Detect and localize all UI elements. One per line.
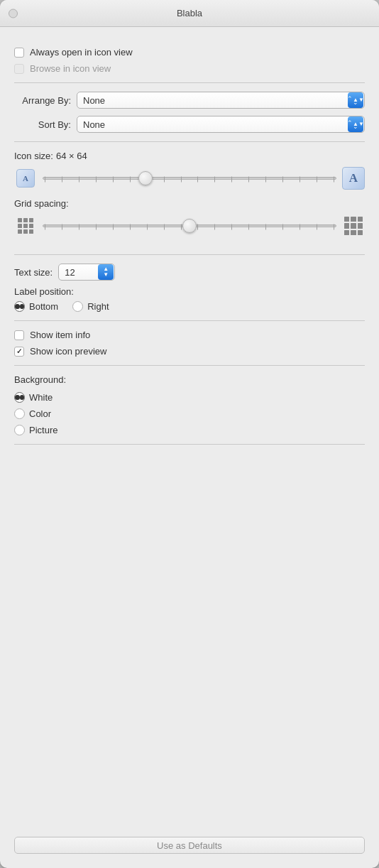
- label-bottom-radio[interactable]: [14, 301, 25, 312]
- label-right-radio[interactable]: [72, 301, 83, 312]
- grid-spacing-small-icon: [14, 215, 37, 237]
- arrange-by-select-wrapper: None Name Kind ▲ ▼: [77, 92, 365, 109]
- show-options-section: Show item info Show icon preview: [14, 321, 365, 366]
- arrange-by-row: Arrange By: None Name Kind ▲ ▼: [14, 92, 365, 109]
- label-right-label: Right: [87, 301, 109, 312]
- label-position-container: Label position: Bottom Right: [14, 286, 365, 312]
- icon-size-value: 64 × 64: [56, 151, 87, 161]
- icon-size-small-icon: [14, 167, 37, 190]
- show-icon-preview-row: Show icon preview: [14, 346, 365, 357]
- browse-checkbox[interactable]: [14, 64, 24, 74]
- label-bottom-row: Bottom: [14, 301, 58, 312]
- show-icon-preview-label: Show icon preview: [30, 346, 106, 357]
- background-white-label: White: [29, 392, 53, 403]
- sort-by-label: Sort By:: [14, 119, 71, 130]
- window-title: Blabla: [177, 8, 202, 18]
- icon-size-large-icon: [342, 167, 365, 190]
- grid-spacing-slider-row: [14, 215, 365, 237]
- icon-size-thumb[interactable]: [138, 171, 153, 185]
- title-bar: Blabla: [0, 0, 379, 27]
- icon-size-label: Icon size:: [14, 151, 53, 161]
- icon-view-section: Always open in icon view Browse in icon …: [14, 38, 365, 83]
- background-color-radio[interactable]: [14, 408, 25, 419]
- background-section: Background: White Color Picture: [14, 366, 365, 445]
- background-white-row: White: [14, 392, 365, 403]
- always-open-checkbox[interactable]: [14, 48, 24, 58]
- grid-spacing-large-icon: [342, 215, 365, 237]
- show-item-info-label: Show item info: [30, 330, 90, 340]
- background-picture-row: Picture: [14, 425, 365, 435]
- arrange-sort-section: Arrange By: None Name Kind ▲ ▼ Sort By:: [14, 83, 365, 142]
- sort-by-select-wrapper: None Name Kind ▲ ▼: [77, 116, 365, 133]
- grid-spacing-header: Grid spacing:: [14, 198, 365, 209]
- label-position-radio-group: Bottom Right: [14, 301, 365, 312]
- arrange-by-select[interactable]: None Name Kind: [77, 92, 365, 109]
- sort-by-select[interactable]: None Name Kind: [77, 116, 365, 133]
- icon-size-slider[interactable]: [43, 171, 336, 185]
- sort-by-row: Sort By: None Name Kind ▲ ▼: [14, 116, 365, 133]
- content-area: Always open in icon view Browse in icon …: [0, 27, 379, 868]
- background-color-label: Color: [29, 408, 51, 419]
- text-size-label: Text size:: [14, 267, 53, 278]
- browse-label: Browse in icon view: [30, 63, 111, 74]
- always-open-label: Always open in icon view: [30, 47, 133, 58]
- use-defaults-button[interactable]: Use as Defaults: [14, 837, 365, 854]
- text-size-stepper-wrapper: 10 11 12 13 14 16 ▲ ▼: [58, 264, 115, 281]
- icon-size-slider-row: [14, 167, 365, 190]
- background-white-radio[interactable]: [14, 392, 25, 403]
- background-picture-radio[interactable]: [14, 425, 25, 435]
- defaults-button-container: Use as Defaults: [14, 825, 365, 857]
- icon-size-section: Icon size: 64 × 64: [14, 142, 365, 255]
- spacer: [14, 445, 365, 825]
- background-color-row: Color: [14, 408, 365, 419]
- icon-size-header: Icon size: 64 × 64: [14, 151, 365, 161]
- label-right-row: Right: [72, 301, 109, 312]
- show-item-info-row: Show item info: [14, 330, 365, 340]
- arrange-by-label: Arrange By:: [14, 95, 71, 106]
- label-bottom-label: Bottom: [29, 301, 58, 312]
- browse-row: Browse in icon view: [14, 63, 365, 74]
- label-position-label: Label position:: [14, 286, 365, 297]
- grid-spacing-thumb[interactable]: [182, 219, 197, 233]
- main-window: Blabla Always open in icon view Browse i…: [0, 0, 379, 868]
- always-open-row: Always open in icon view: [14, 47, 365, 58]
- traffic-light-close[interactable]: [9, 9, 18, 18]
- show-icon-preview-checkbox[interactable]: [14, 347, 24, 357]
- background-picture-label: Picture: [29, 425, 57, 435]
- grid-spacing-label: Grid spacing:: [14, 198, 69, 209]
- text-label-section: Text size: 10 11 12 13 14 16 ▲ ▼: [14, 255, 365, 321]
- show-item-info-checkbox[interactable]: [14, 330, 24, 340]
- text-size-row: Text size: 10 11 12 13 14 16 ▲ ▼: [14, 264, 365, 281]
- text-size-select[interactable]: 10 11 12 13 14 16: [58, 264, 115, 281]
- background-label: Background:: [14, 374, 365, 385]
- grid-spacing-slider[interactable]: [43, 219, 336, 233]
